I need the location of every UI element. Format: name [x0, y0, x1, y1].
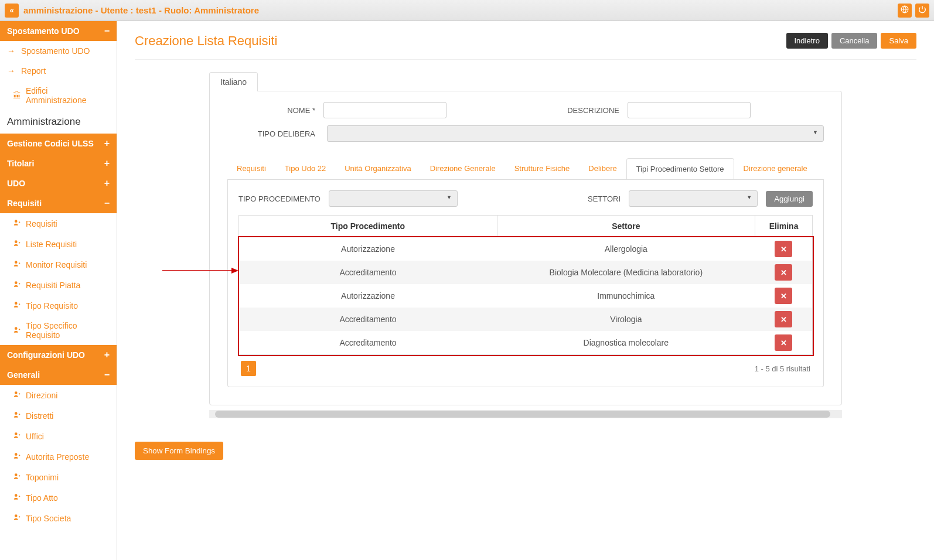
cell-tipo: Autorizzazione [239, 284, 497, 308]
breadcrumb-title: amministrazione - Utente : test1 - Ruolo… [23, 5, 894, 15]
sidebar-item-toponimi[interactable]: Toponimi [0, 467, 117, 487]
sidebar-item-direzioni[interactable]: Direzioni [0, 385, 117, 405]
sidebar-item-label: Requisiti [26, 219, 57, 228]
tab-edifi[interactable]: Edifi [817, 158, 824, 179]
sidebar-header-udo[interactable]: UDO + [0, 173, 117, 193]
sidebar-header-generali[interactable]: Generali − [0, 365, 117, 385]
tab-direzione-generale[interactable]: Direzione Generale [421, 158, 505, 179]
sidebar-item-spostamento-udo[interactable]: Spostamento UDO [0, 41, 117, 61]
delete-button[interactable]: ✕ [775, 288, 792, 304]
save-button[interactable]: Salva [881, 33, 916, 49]
cancel-button[interactable]: Cancella [831, 33, 878, 49]
sidebar-item-label: Autorita Preposte [26, 452, 89, 462]
table-row: AccreditamentoBiologia Molecolare (Medic… [239, 261, 813, 284]
back-page-button[interactable]: Indietro [786, 33, 828, 49]
col-settore: Settore [497, 216, 755, 237]
sidebar-item-label: Tipo Specifico Requisito [26, 321, 110, 340]
sidebar-item-report[interactable]: Report [0, 61, 117, 81]
sidebar-item-label: Edifici Amministrazione [26, 86, 110, 105]
sidebar-item-label: Toponimi [26, 473, 59, 482]
user-icon [13, 513, 21, 523]
nome-label: NOME * [227, 106, 315, 115]
tab-tipi-procedimento-settore[interactable]: Tipi Procedimento Settore [626, 158, 734, 180]
sidebar-item-tipo-specifico-requisito[interactable]: Tipo Specifico Requisito [0, 316, 117, 345]
sidebar-header-configurazioni[interactable]: Configurazioni UDO + [0, 345, 117, 365]
user-icon [13, 218, 21, 228]
sidebar-item-label: Requisiti Piatta [26, 281, 80, 290]
back-button[interactable]: « [5, 4, 19, 18]
language-tab[interactable]: Italiano [209, 72, 258, 91]
sidebar-item-tipo-societa[interactable]: Tipo Societa [0, 508, 117, 528]
col-elimina: Elimina [755, 216, 813, 237]
tipo-delibera-select[interactable] [327, 125, 824, 142]
horizontal-scrollbar[interactable] [209, 410, 842, 418]
filter-row: TIPO PROCEDIMENTO SETTORI Aggiungi [238, 190, 813, 207]
page-number[interactable]: 1 [241, 361, 256, 376]
sidebar-item-label: Direzioni [26, 391, 57, 400]
tab-direzione-generale[interactable]: Direzione generale [734, 158, 817, 179]
user-icon [13, 239, 21, 249]
cell-delete: ✕ [755, 284, 813, 308]
sidebar-item-tipo-atto[interactable]: Tipo Atto [0, 487, 117, 508]
delete-button[interactable]: ✕ [775, 264, 792, 281]
svg-point-5 [15, 302, 18, 305]
expand-icon: + [104, 138, 110, 149]
tipo-procedimento-select[interactable] [329, 190, 458, 207]
sidebar-item-edifici[interactable]: 🏛 Edifici Amministrazione [0, 81, 117, 110]
sidebar-item-label: Tipo Societa [26, 514, 71, 523]
cell-delete: ✕ [755, 261, 813, 284]
sidebar-item-requisiti[interactable]: Requisiti [0, 213, 117, 234]
delete-button[interactable]: ✕ [775, 241, 792, 257]
power-button[interactable] [915, 4, 929, 18]
sidebar-header-label: Spostamento UDO [7, 26, 80, 36]
sidebar-item-distretti[interactable]: Distretti [0, 405, 117, 426]
cell-delete: ✕ [755, 308, 813, 331]
building-icon: 🏛 [13, 91, 21, 100]
nome-input[interactable] [323, 102, 446, 118]
cell-settore: Immunochimica [497, 284, 755, 308]
sidebar-item-requisiti-piatta[interactable]: Requisiti Piatta [0, 275, 117, 295]
sidebar-item-monitor-requisiti[interactable]: Monitor Requisiti [0, 254, 117, 275]
svg-point-11 [15, 473, 18, 476]
globe-button[interactable] [898, 4, 912, 18]
user-icon [13, 411, 21, 421]
tab-strutture-fisiche[interactable]: Strutture Fisiche [505, 158, 580, 179]
sidebar-item-liste-requisiti[interactable]: Liste Requisiti [0, 234, 117, 254]
sidebar-item-autorita-preposte[interactable]: Autorita Preposte [0, 446, 117, 467]
sidebar-header-titolari[interactable]: Titolari + [0, 153, 117, 173]
sidebar-item-label: Liste Requisiti [26, 240, 77, 249]
expand-icon: + [104, 178, 110, 189]
svg-point-3 [15, 261, 18, 264]
sidebar-header-requisiti[interactable]: Requisiti − [0, 193, 117, 213]
tipo-delibera-label: TIPO DELIBERA [227, 129, 315, 138]
collapse-icon: − [104, 198, 110, 209]
sidebar-item-uffici[interactable]: Uffici [0, 426, 117, 446]
annotation-arrow [162, 265, 238, 278]
sidebar-header-gestione[interactable]: Gestione Codici ULSS + [0, 134, 117, 153]
delete-button[interactable]: ✕ [775, 334, 792, 351]
tab-requisiti[interactable]: Requisiti [227, 158, 275, 179]
tab-unità-organizzativa[interactable]: Unità Organizzativa [335, 158, 420, 179]
descrizione-input[interactable] [628, 102, 751, 118]
settori-select[interactable] [629, 190, 758, 207]
svg-point-10 [15, 453, 18, 456]
form-container: Italiano NOME * DESCRIZIONE TIPO DELIBER… [209, 71, 842, 418]
cell-tipo: Accreditamento [239, 331, 497, 355]
action-buttons: Indietro Cancella Salva [786, 33, 917, 49]
show-form-bindings-button[interactable]: Show Form Bindings [135, 442, 223, 460]
sidebar-header-spostamento[interactable]: Spostamento UDO − [0, 21, 117, 41]
svg-point-13 [15, 514, 18, 517]
main-content: Creazione Lista Requisiti Indietro Cance… [117, 21, 934, 560]
add-button[interactable]: Aggiungi [766, 191, 813, 207]
delete-button[interactable]: ✕ [775, 311, 792, 327]
svg-point-9 [15, 432, 18, 435]
svg-point-2 [15, 240, 18, 243]
tab-delibere[interactable]: Delibere [579, 158, 626, 179]
sidebar-item-tipo-requisito[interactable]: Tipo Requisito [0, 295, 117, 316]
svg-point-6 [15, 327, 18, 330]
user-icon [13, 472, 21, 482]
tab-tipo-udo-22[interactable]: Tipo Udo 22 [275, 158, 335, 179]
sidebar-header-label: Titolari [7, 159, 34, 168]
pagination: 1 1 - 5 di 5 risultati [238, 355, 813, 376]
table-row: AccreditamentoDiagnostica molecolare✕ [239, 331, 813, 355]
